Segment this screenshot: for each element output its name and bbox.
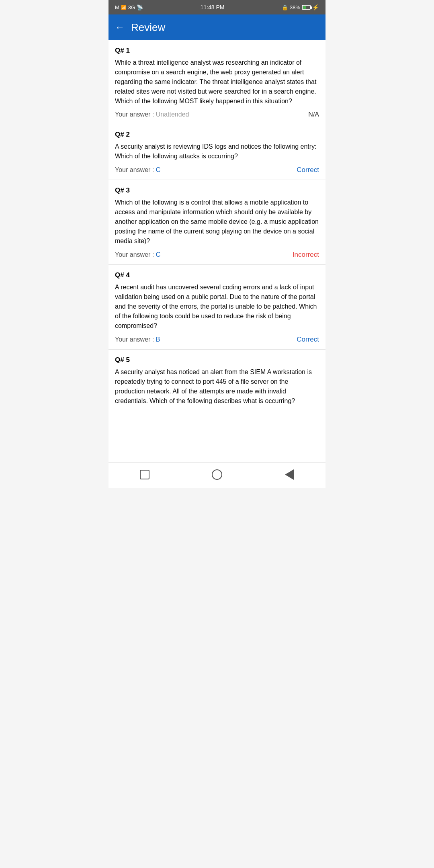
answer-row-3: Your answer : C Incorrect xyxy=(115,251,319,259)
answer-row-2: Your answer : C Correct xyxy=(115,166,319,174)
battery-pct: 38% xyxy=(290,4,300,10)
your-answer-text-4: Your answer : xyxy=(115,336,156,343)
answer-row-4: Your answer : B Correct xyxy=(115,336,319,344)
triangle-icon xyxy=(285,469,294,480)
nav-square-button[interactable] xyxy=(137,467,152,482)
signal-icon: M xyxy=(115,4,119,10)
status-1: N/A xyxy=(308,111,319,118)
question-text-2: A security analyst is reviewing IDS logs… xyxy=(115,142,319,161)
3g-label: 3G xyxy=(128,4,135,10)
answer-label-1: Your answer : Unattended xyxy=(115,111,189,118)
your-answer-text-2: Your answer : xyxy=(115,166,156,173)
status-left: M 📶 3G 📡 xyxy=(115,4,143,10)
question-number-3: Q# 3 xyxy=(115,186,319,194)
question-block-2: Q# 2 A security analyst is reviewing IDS… xyxy=(108,124,326,180)
status-2: Correct xyxy=(297,166,319,174)
question-block-5: Q# 5 A security analyst has noticed an a… xyxy=(108,350,326,462)
nav-circle-button[interactable] xyxy=(210,467,224,482)
question-text-1: While a threat intelligence analyst was … xyxy=(115,58,319,106)
header: ← Review xyxy=(108,14,326,40)
battery-icon xyxy=(302,5,311,10)
answer-label-3: Your answer : C xyxy=(115,251,160,258)
question-block-1: Q# 1 While a threat intelligence analyst… xyxy=(108,40,326,124)
nav-back-button[interactable] xyxy=(282,467,297,482)
answer-row-1: Your answer : Unattended N/A xyxy=(115,111,319,118)
navigation-bar xyxy=(108,462,326,488)
your-answer-text-1: Your answer : xyxy=(115,111,156,118)
question-number-1: Q# 1 xyxy=(115,47,319,55)
content-area: Q# 1 While a threat intelligence analyst… xyxy=(108,40,326,462)
page-title: Review xyxy=(131,21,165,34)
question-number-5: Q# 5 xyxy=(115,356,319,364)
wifi-icon: 📡 xyxy=(137,4,143,10)
status-right: 🔒 38% ⚡ xyxy=(282,4,319,10)
square-icon xyxy=(140,470,149,479)
question-text-5: A security analyst has noticed an alert … xyxy=(115,367,319,406)
time-display: 11:48 PM xyxy=(201,4,225,10)
question-block-4: Q# 4 A recent audit has uncovered severa… xyxy=(108,265,326,350)
signal-bars: 📶 xyxy=(121,5,127,10)
status-bar: M 📶 3G 📡 11:48 PM 🔒 38% ⚡ xyxy=(108,0,326,14)
answer-value-1: Unattended xyxy=(156,111,189,118)
back-button[interactable]: ← xyxy=(115,22,125,33)
your-answer-text-3: Your answer : xyxy=(115,251,156,258)
status-4: Correct xyxy=(297,336,319,344)
status-3: Incorrect xyxy=(293,251,319,259)
circle-icon xyxy=(212,469,222,480)
question-text-3: Which of the following is a control that… xyxy=(115,198,319,246)
answer-value-4: B xyxy=(156,336,160,343)
lock-icon: 🔒 xyxy=(282,4,288,10)
question-number-2: Q# 2 xyxy=(115,131,319,139)
question-text-4: A recent audit has uncovered several cod… xyxy=(115,283,319,331)
question-block-3: Q# 3 Which of the following is a control… xyxy=(108,180,326,265)
charging-icon: ⚡ xyxy=(312,4,319,10)
question-number-4: Q# 4 xyxy=(115,271,319,279)
answer-label-2: Your answer : C xyxy=(115,166,160,174)
answer-value-2: C xyxy=(156,166,161,173)
answer-value-3: C xyxy=(156,251,161,258)
answer-label-4: Your answer : B xyxy=(115,336,160,343)
